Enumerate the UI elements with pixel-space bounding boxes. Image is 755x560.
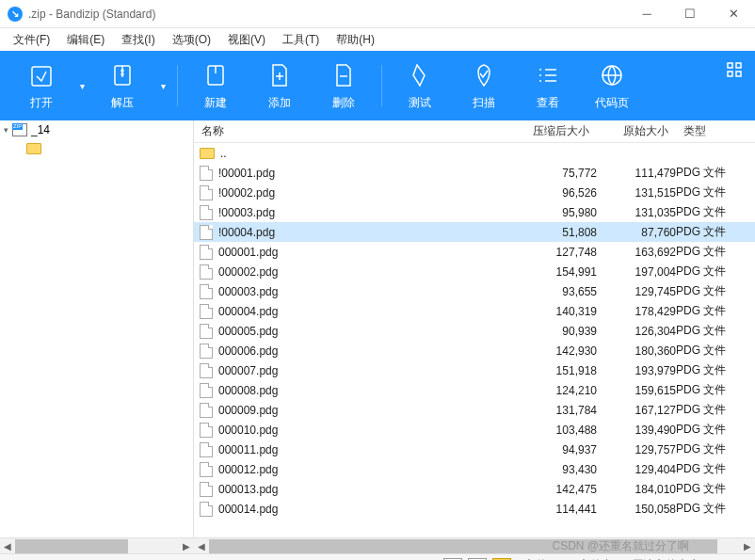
file-name: 000009.pdg	[218, 404, 278, 417]
file-row[interactable]: 000005.pdg90,939126,304PDG 文件	[194, 321, 755, 341]
open-dropdown[interactable]: ▾	[73, 51, 90, 120]
file-name: 000010.pdg	[218, 424, 278, 437]
menu-options[interactable]: 选项(O)	[165, 30, 218, 50]
file-row[interactable]: 000003.pdg93,655129,745PDG 文件	[194, 281, 755, 301]
file-row[interactable]: !00004.pdg51,80887,760PDG 文件	[194, 222, 755, 242]
tree-hscroll[interactable]: ◀▶	[0, 537, 194, 553]
file-row[interactable]: !00003.pdg95,980131,035PDG 文件	[194, 202, 755, 222]
file-row[interactable]: 000008.pdg124,210159,615PDG 文件	[194, 380, 755, 400]
file-name: 000013.pdg	[218, 483, 278, 496]
toolbar-grid-icon[interactable]	[727, 62, 742, 81]
chevron-down-icon: ▾	[4, 125, 8, 135]
scan-label: 扫描	[473, 95, 495, 111]
col-type[interactable]: 类型	[676, 123, 755, 139]
file-row[interactable]: 000001.pdg127,748163,692PDG 文件	[194, 242, 755, 262]
parent-dir-row[interactable]: ..	[194, 143, 755, 163]
minimize-button[interactable]: ─	[625, 0, 668, 28]
file-original: 193,979	[597, 364, 676, 377]
folder-tree[interactable]: ▾ _14	[0, 120, 194, 537]
svg-rect-9	[736, 72, 741, 76]
add-button[interactable]: 添加	[248, 51, 312, 120]
file-compressed: 75,772	[484, 167, 597, 180]
svg-rect-0	[32, 67, 51, 86]
file-row[interactable]: 000006.pdg142,930180,360PDG 文件	[194, 341, 755, 360]
codepage-button[interactable]: 代码页	[580, 51, 644, 120]
test-icon	[406, 61, 434, 89]
menu-file[interactable]: 文件(F)	[6, 30, 57, 50]
delete-button[interactable]: 删除	[312, 51, 376, 120]
file-type: PDG 文件	[676, 303, 755, 319]
file-name: 000003.pdg	[218, 285, 278, 298]
file-type: PDG 文件	[676, 264, 755, 280]
maximize-button[interactable]: ☐	[668, 0, 712, 28]
view-button[interactable]: 查看	[516, 51, 580, 120]
file-row[interactable]: 000011.pdg94,937129,757PDG 文件	[194, 440, 755, 459]
file-row[interactable]: 000009.pdg131,784167,127PDG 文件	[194, 400, 755, 420]
file-compressed: 154,991	[484, 265, 597, 279]
view-label: 查看	[537, 95, 559, 111]
file-row[interactable]: !00002.pdg96,526131,515PDG 文件	[194, 183, 755, 202]
col-compressed[interactable]: 压缩后大小	[484, 123, 597, 139]
file-icon	[200, 324, 213, 339]
window-title: .zip - Bandizip (Standard)	[28, 8, 155, 21]
file-row[interactable]: 000010.pdg103,488139,490PDG 文件	[194, 420, 755, 440]
file-name: 000012.pdg	[218, 463, 278, 476]
column-headers: 名称 压缩后大小 原始大小 类型	[194, 120, 755, 143]
scrollbars: ◀▶ ◀▶	[0, 537, 755, 553]
test-label: 测试	[409, 95, 431, 111]
new-button[interactable]: 新建	[184, 51, 248, 120]
close-button[interactable]: ✕	[712, 0, 755, 28]
file-type: PDG 文件	[676, 204, 755, 220]
menu-help[interactable]: 帮助(H)	[329, 30, 382, 50]
file-row[interactable]: 000014.pdg114,441150,058PDG 文件	[194, 499, 755, 519]
file-row[interactable]: 000007.pdg151,918193,979PDG 文件	[194, 360, 755, 380]
file-original: 131,515	[597, 186, 676, 200]
menu-tools[interactable]: 工具(T)	[275, 30, 327, 50]
menu-edit[interactable]: 编辑(E)	[59, 30, 112, 50]
col-original[interactable]: 原始大小	[597, 123, 676, 139]
file-row[interactable]: 000004.pdg140,319178,429PDG 文件	[194, 301, 755, 321]
file-rows: .. !00001.pdg75,772111,479PDG 文件!00002.p…	[194, 143, 755, 537]
file-icon	[200, 225, 213, 240]
file-compressed: 131,784	[484, 404, 597, 417]
file-compressed: 140,319	[484, 305, 597, 318]
file-row[interactable]: 000013.pdg142,475184,010PDG 文件	[194, 479, 755, 499]
file-type: PDG 文件	[676, 441, 755, 457]
file-type: PDG 文件	[676, 501, 755, 517]
file-compressed: 151,918	[484, 364, 597, 377]
file-name: 000008.pdg	[218, 384, 278, 397]
file-type: PDG 文件	[676, 422, 755, 438]
file-compressed: 142,475	[484, 483, 597, 496]
file-compressed: 93,430	[484, 463, 597, 476]
col-name[interactable]: 名称	[194, 123, 484, 139]
file-icon	[200, 383, 213, 398]
file-type: PDG 文件	[676, 323, 755, 339]
extract-button[interactable]: 解压	[90, 51, 154, 120]
list-hscroll[interactable]: ◀▶	[194, 537, 755, 553]
file-type: PDG 文件	[676, 461, 755, 477]
test-button[interactable]: 测试	[388, 51, 452, 120]
menu-find[interactable]: 查找(I)	[114, 30, 162, 50]
file-row[interactable]: 000002.pdg154,991197,004PDG 文件	[194, 262, 755, 281]
file-name: !00003.pdg	[218, 206, 275, 219]
new-label: 新建	[204, 95, 227, 111]
extract-dropdown[interactable]: ▾	[154, 51, 171, 120]
tree-folder[interactable]	[0, 139, 193, 158]
add-label: 添加	[268, 95, 291, 111]
file-original: 129,404	[597, 463, 676, 476]
scan-button[interactable]: 扫描	[452, 51, 516, 120]
file-original: 150,058	[597, 503, 676, 516]
file-compressed: 124,210	[484, 384, 597, 397]
open-button[interactable]: 打开	[9, 51, 73, 120]
file-icon	[200, 344, 213, 359]
file-name: 000014.pdg	[218, 503, 278, 516]
open-icon	[27, 61, 56, 89]
file-original: 129,757	[597, 443, 676, 456]
file-row[interactable]: !00001.pdg75,772111,479PDG 文件	[194, 163, 755, 183]
file-name: !00002.pdg	[218, 186, 275, 200]
file-row[interactable]: 000012.pdg93,430129,404PDG 文件	[194, 459, 755, 479]
extract-label: 解压	[111, 95, 134, 111]
file-type: PDG 文件	[676, 343, 755, 359]
tree-root[interactable]: ▾ _14	[0, 120, 193, 139]
menu-view[interactable]: 视图(V)	[220, 30, 273, 50]
